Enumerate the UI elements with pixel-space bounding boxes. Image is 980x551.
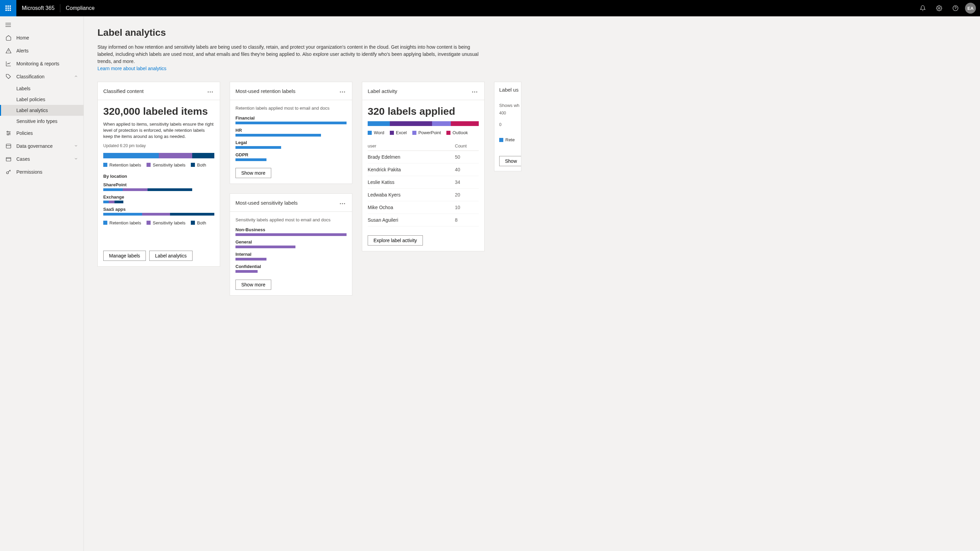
legend-item-partial: Rete [499,137,521,142]
svg-point-28 [340,92,341,93]
help-button[interactable] [949,2,962,15]
td-user: Susan Aguileri [368,217,455,223]
label-analytics-button[interactable]: Label analytics [149,251,192,261]
card-title: Label activity [368,88,397,94]
location-row: SharePoint [103,182,214,191]
td-count: 8 [455,217,479,223]
sidebar-sub-label-analytics[interactable]: Label analytics [0,105,83,116]
svg-point-32 [342,203,343,204]
svg-rect-22 [6,158,11,161]
settings-button[interactable] [932,2,946,15]
sidebar-sub-labels[interactable]: Labels [0,83,83,94]
activity-app-bar [368,121,479,126]
card-menu-button[interactable] [206,87,214,95]
th-count: Count [455,143,479,148]
legend-item: PowerPoint [412,130,441,135]
table-row[interactable]: Kendrick Pakita40 [368,164,479,176]
retention-row: Financial [235,116,347,124]
bar-label: Non-Business [235,227,347,232]
bar-label: Financial [235,116,347,121]
legend-item: Excel [390,130,407,135]
partial-subtext: Shows wh [499,103,521,108]
svg-point-26 [210,92,211,93]
swatch [146,163,151,167]
table-row[interactable]: Brady Edelmen50 [368,151,479,164]
sliders-icon [5,130,11,136]
legend-label: Both [197,220,206,225]
card-menu-button[interactable] [471,87,479,95]
app-launcher[interactable] [0,0,16,16]
bar-segment-powerpoint [432,121,451,126]
legend-item: Word [368,130,384,135]
nav-toggle[interactable] [0,19,83,31]
sensitivity-row: Non-Business [235,227,347,236]
svg-point-18 [9,133,10,134]
sidebar-item-home[interactable]: Home [0,31,83,44]
sidebar-item-data-governance[interactable]: Data governance [0,140,83,152]
table-row[interactable]: Leslie Katiss34 [368,176,479,189]
sidebar-item-monitoring[interactable]: Monitoring & reports [0,57,83,70]
svg-point-29 [342,92,343,93]
user-avatar[interactable]: EA [965,3,976,14]
sidebar-item-permissions[interactable]: Permissions [0,165,83,178]
card-menu-button[interactable] [338,87,347,95]
svg-rect-1 [8,5,9,7]
sidebar-item-classification[interactable]: Classification [0,70,83,83]
bar-label: GDPR [235,152,347,157]
show-more-button[interactable]: Show more [235,168,271,178]
svg-point-30 [344,92,345,93]
sidebar-label: Cases [16,156,30,162]
location-label: SaaS apps [103,207,214,212]
app-title: Microsoft 365 [16,5,60,11]
td-count: 34 [455,179,479,185]
show-more-button[interactable]: Show more [235,279,271,290]
sensitivity-row: Confidential [235,264,347,273]
bar-label: HR [235,128,347,133]
sidebar: Home Alerts Monitoring & reports Classif… [0,16,84,551]
svg-point-17 [7,131,8,132]
sidebar-item-policies[interactable]: Policies [0,127,83,140]
bar-segment-outlook [451,121,479,126]
swatch [146,221,151,225]
legend-label: Retention labels [110,220,141,225]
card-menu-button[interactable] [338,198,347,207]
sidebar-item-cases[interactable]: Cases [0,152,83,165]
swatch [191,221,195,225]
legend-item: Both [191,220,206,225]
chevron-down-icon [74,156,78,162]
card-title: Most-used retention labels [235,88,296,94]
sidebar-item-alerts[interactable]: Alerts [0,44,83,57]
table-row[interactable]: Mike Ochoa10 [368,201,479,214]
legend-location: Retention labels Sensitivity labels Both [103,220,214,225]
hamburger-icon [5,23,11,27]
bar [235,258,266,260]
td-user: Ledwaba Kyers [368,192,455,197]
table-row[interactable]: Susan Aguileri8 [368,214,479,227]
swatch [103,221,107,225]
td-count: 20 [455,192,479,197]
explore-activity-button[interactable]: Explore label activity [368,235,423,246]
location-label: SharePoint [103,182,214,187]
sidebar-sub-sensitive-info[interactable]: Sensitive info types [0,116,83,127]
show-more-partial-button[interactable]: Show [499,156,521,166]
swatch [103,163,107,167]
retention-row: HR [235,128,347,137]
more-icon [340,91,345,93]
svg-point-34 [472,92,473,93]
axis-tick: 0 [499,122,521,127]
svg-rect-7 [8,10,9,11]
legend-label-type: Retention labels Sensitivity labels Both [103,162,214,168]
sidebar-label: Policies [16,130,33,136]
sidebar-sub-label-policies[interactable]: Label policies [0,94,83,105]
legend-label: Sensitivity labels [153,162,185,168]
notifications-button[interactable] [916,2,929,15]
sidebar-label: Permissions [16,169,42,175]
learn-more-link[interactable]: Learn more about label analytics [97,66,166,71]
location-bar [103,188,192,191]
manage-labels-button[interactable]: Manage labels [103,251,146,261]
bell-icon [920,5,926,11]
bar [235,146,281,149]
td-count: 50 [455,154,479,160]
table-row[interactable]: Ledwaba Kyers20 [368,189,479,201]
retention-row: Legal [235,140,347,149]
